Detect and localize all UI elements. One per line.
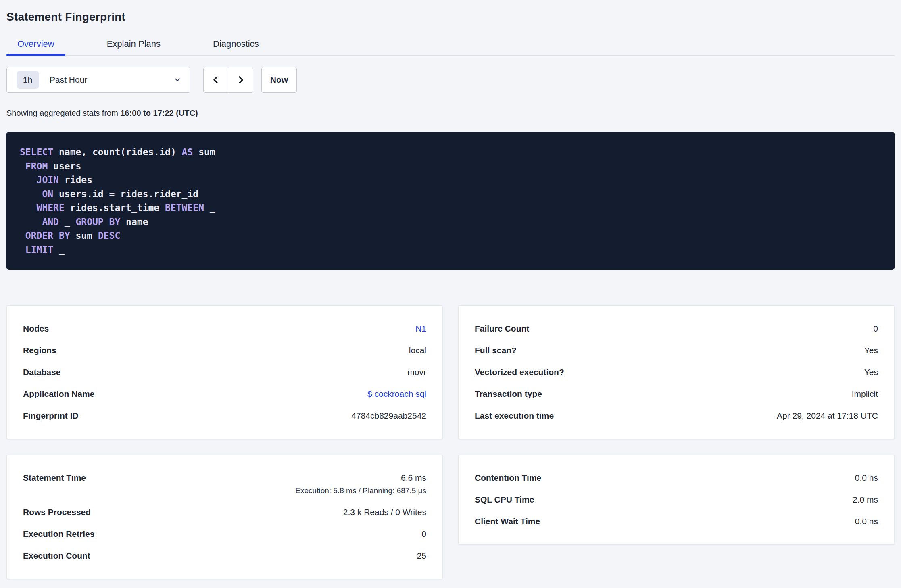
stat-row-client-wait-time: Client Wait Time 0.0 ns [475, 511, 878, 532]
stat-row-contention-time: Contention Time 0.0 ns [475, 467, 878, 489]
stat-value: Implicit [852, 388, 878, 400]
stat-label: Execution Retries [23, 528, 94, 540]
stat-value: movr [407, 366, 426, 379]
stat-row-transaction-type: Transaction type Implicit [475, 383, 878, 405]
stat-value: 2.0 ms [853, 493, 878, 506]
chevron-down-icon [174, 76, 181, 83]
stat-label: Transaction type [475, 388, 542, 400]
stat-label: Execution Count [23, 549, 90, 562]
stat-label: Failure Count [475, 322, 529, 335]
stat-row-execution-count: Execution Count 25 [23, 545, 426, 567]
time-range-dropdown[interactable]: 1h Past Hour [6, 67, 190, 93]
stat-label: Rows Processed [23, 506, 91, 519]
previous-range-button[interactable] [204, 67, 228, 92]
sql-line: WHERE rides.start_time BETWEEN _ [20, 201, 881, 215]
stat-value: 0.0 ns [855, 471, 878, 484]
stat-label: Contention Time [475, 471, 541, 484]
now-button[interactable]: Now [261, 67, 297, 93]
time-range-pager [203, 67, 253, 93]
sql-line: ON users.id = rides.rider_id [20, 187, 881, 201]
stat-row-fingerprint-id: Fingerprint ID 4784cb829aab2542 [23, 405, 426, 427]
stat-row-database: Database movr [23, 361, 426, 383]
page-title: Statement Fingerprint [6, 10, 895, 23]
stat-label: Statement Time [23, 471, 86, 484]
stat-row-full-scan: Full scan? Yes [475, 340, 878, 361]
sql-line: JOIN rides [20, 173, 881, 187]
statement-time-values: 6.6 ms Execution: 5.8 ms / Planning: 687… [295, 471, 426, 497]
tab-diagnostics[interactable]: Diagnostics [202, 39, 270, 55]
stat-label: Vectorized execution? [475, 366, 564, 379]
stat-row-rows-processed: Rows Processed 2.3 k Reads / 0 Writes [23, 501, 426, 523]
stat-label: Full scan? [475, 344, 517, 357]
sql-line: FROM users [20, 159, 881, 173]
stat-label: Application Name [23, 388, 94, 400]
stat-value: local [409, 344, 426, 357]
stat-row-regions: Regions local [23, 340, 426, 361]
chevron-right-icon [236, 75, 245, 84]
stat-label: Nodes [23, 322, 49, 335]
stat-value: Yes [864, 344, 878, 357]
statement-time-detail: Execution: 5.8 ms / Planning: 687.5 µs [295, 484, 426, 497]
next-range-button[interactable] [228, 67, 253, 92]
stat-label: Regions [23, 344, 56, 357]
stat-label: SQL CPU Time [475, 493, 534, 506]
statement-timings-card: Statement Time 6.6 ms Execution: 5.8 ms … [6, 455, 443, 579]
stat-row-execution-retries: Execution Retries 0 [23, 523, 426, 545]
tab-overview[interactable]: Overview [6, 39, 65, 55]
tab-explain-plans-label: Explain Plans [107, 39, 161, 49]
chevron-left-icon [211, 75, 220, 84]
statement-attributes-card: Nodes N1 Regions local Database movr App… [6, 305, 443, 439]
summary-cards: Nodes N1 Regions local Database movr App… [6, 305, 895, 579]
tab-explain-plans[interactable]: Explain Plans [96, 39, 171, 55]
stat-label: Last execution time [475, 409, 554, 422]
stat-row-statement-time: Statement Time 6.6 ms Execution: 5.8 ms … [23, 467, 426, 501]
stat-value: 4784cb829aab2542 [351, 409, 426, 422]
nodes-link[interactable]: N1 [415, 322, 426, 335]
caption-prefix: Showing aggregated stats from [6, 108, 120, 117]
tab-overview-label: Overview [17, 39, 54, 49]
stat-label: Fingerprint ID [23, 409, 79, 422]
caption-time-range: 16:00 to 17:22 (UTC) [120, 108, 198, 117]
execution-attributes-card: Failure Count 0 Full scan? Yes Vectorize… [458, 305, 895, 439]
application-name-link[interactable]: $ cockroach sql [367, 388, 426, 400]
stat-value: 25 [417, 549, 426, 562]
stat-value: 2.3 k Reads / 0 Writes [343, 506, 426, 519]
aggregated-stats-caption: Showing aggregated stats from 16:00 to 1… [6, 107, 895, 119]
tab-bar: Overview Explain Plans Diagnostics [6, 39, 895, 56]
stat-row-failure-count: Failure Count 0 [475, 318, 878, 340]
wait-timings-card: Contention Time 0.0 ns SQL CPU Time 2.0 … [458, 455, 895, 545]
stat-row-last-execution-time: Last execution time Apr 29, 2024 at 17:1… [475, 405, 878, 427]
stat-value: Apr 29, 2024 at 17:18 UTC [777, 409, 878, 422]
time-range-label: Past Hour [50, 75, 87, 85]
stat-label: Database [23, 366, 60, 379]
statement-fingerprint-page: Statement Fingerprint Overview Explain P… [0, 10, 901, 579]
sql-line: AND _ GROUP BY name [20, 215, 881, 229]
sql-line: ORDER BY sum DESC [20, 229, 881, 243]
time-toolbar: 1h Past Hour Now [6, 67, 895, 93]
stat-value: 0 [873, 322, 878, 335]
sql-line: LIMIT _ [20, 243, 881, 257]
tab-diagnostics-label: Diagnostics [213, 39, 259, 49]
stat-value: 0.0 ns [855, 515, 878, 528]
stat-row-sql-cpu-time: SQL CPU Time 2.0 ms [475, 489, 878, 511]
stat-row-application-name: Application Name $ cockroach sql [23, 383, 426, 405]
stat-label: Client Wait Time [475, 515, 540, 528]
stat-value: Yes [864, 366, 878, 379]
stat-value: 0 [421, 528, 426, 540]
sql-line: SELECT name, count(rides.id) AS sum [20, 145, 881, 159]
sql-statement-box: SELECT name, count(rides.id) AS sum FROM… [6, 132, 895, 270]
stat-row-vectorized: Vectorized execution? Yes [475, 361, 878, 383]
time-range-badge: 1h [17, 71, 39, 89]
stat-value: 6.6 ms [401, 471, 426, 484]
stat-row-nodes: Nodes N1 [23, 318, 426, 340]
